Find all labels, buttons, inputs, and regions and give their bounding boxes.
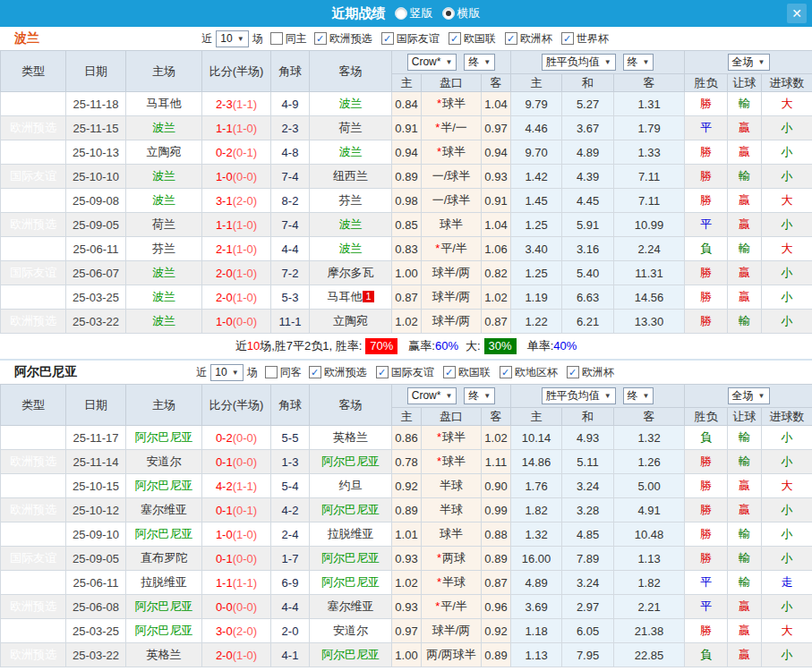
competition-checkbox[interactable]: ✓	[376, 366, 389, 378]
home-team-name[interactable]: 阿尔巴尼亚	[135, 430, 193, 444]
competition-checkbox[interactable]: ✓	[381, 32, 394, 45]
radio-horizontal-icon[interactable]	[442, 7, 455, 20]
home-team-name[interactable]: 直布罗陀	[141, 551, 187, 565]
away-team-cell[interactable]: 阿尔巴尼亚	[310, 571, 392, 595]
away-team-cell[interactable]: 纽西兰	[310, 165, 392, 189]
home-team-name[interactable]: 波兰	[152, 266, 175, 279]
away-team-cell[interactable]: 阿尔巴尼亚	[310, 498, 392, 522]
home-team-name[interactable]: 荷兰	[152, 217, 175, 231]
away-team-cell[interactable]: 立陶宛	[310, 310, 392, 334]
away-team-name[interactable]: 塞尔维亚	[328, 599, 374, 613]
away-team-name[interactable]: 马耳他	[327, 290, 362, 303]
competition-checkbox[interactable]: ✓	[505, 32, 517, 45]
period-select[interactable]: 全场▼	[728, 54, 770, 71]
same-venue-checkbox[interactable]	[265, 366, 278, 378]
home-team-cell[interactable]: 荷兰	[126, 213, 202, 237]
home-team-cell[interactable]: 安道尔	[126, 450, 202, 474]
away-team-cell[interactable]: 阿尔巴尼亚	[310, 450, 392, 474]
home-team-cell[interactable]: 阿尔巴尼亚	[126, 474, 202, 498]
odds-source-select[interactable]: Crow*▼	[407, 387, 457, 404]
home-team-name[interactable]: 波兰	[152, 169, 175, 183]
same-venue-checkbox[interactable]	[270, 32, 283, 45]
away-team-name[interactable]: 波兰	[339, 217, 363, 231]
away-team-cell[interactable]: 安道尔	[310, 619, 392, 643]
away-team-cell[interactable]: 波兰	[310, 140, 392, 165]
home-team-cell[interactable]: 芬兰	[126, 237, 202, 261]
away-team-name[interactable]: 英格兰	[333, 430, 368, 444]
radio-vertical-label[interactable]: 竖版	[410, 5, 433, 21]
home-team-name[interactable]: 芬兰	[152, 242, 175, 255]
home-team-cell[interactable]: 马耳他	[126, 92, 202, 116]
home-team-name[interactable]: 塞尔维亚	[141, 503, 187, 516]
away-team-name[interactable]: 波兰	[339, 97, 363, 110]
home-team-name[interactable]: 拉脱维亚	[141, 575, 187, 589]
away-team-cell[interactable]: 波兰	[310, 92, 392, 116]
away-team-cell[interactable]: 芬兰	[310, 189, 392, 213]
home-team-name[interactable]: 安道尔	[147, 454, 182, 468]
away-team-name[interactable]: 荷兰	[339, 121, 363, 134]
away-team-cell[interactable]: 英格兰	[310, 426, 392, 450]
radio-horizontal[interactable]: 横版	[442, 5, 481, 21]
away-team-cell[interactable]: 约旦	[310, 474, 392, 498]
competition-checkbox[interactable]: ✓	[567, 366, 579, 378]
home-team-name[interactable]: 阿尔巴尼亚	[135, 479, 193, 492]
home-team-name[interactable]: 波兰	[152, 193, 175, 207]
home-team-cell[interactable]: 阿尔巴尼亚	[126, 619, 202, 643]
away-team-cell[interactable]: 阿尔巴尼亚	[310, 643, 392, 667]
home-team-name[interactable]: 阿尔巴尼亚	[135, 599, 193, 613]
away-team-name[interactable]: 摩尔多瓦	[328, 266, 374, 279]
home-team-cell[interactable]: 波兰	[126, 310, 202, 334]
match-count-select[interactable]: 10 ▼	[210, 364, 243, 381]
home-team-cell[interactable]: 塞尔维亚	[126, 498, 202, 522]
away-team-name[interactable]: 纽西兰	[333, 169, 368, 183]
avg-odds-select[interactable]: 胜平负均值▼	[542, 387, 616, 404]
away-team-name[interactable]: 阿尔巴尼亚	[321, 454, 380, 468]
home-team-name[interactable]: 阿尔巴尼亚	[135, 624, 193, 637]
home-team-cell[interactable]: 立陶宛	[126, 140, 202, 165]
home-team-cell[interactable]: 阿尔巴尼亚	[126, 522, 202, 547]
away-team-name[interactable]: 安道尔	[333, 624, 368, 637]
odds-time-select[interactable]: 终▼	[464, 54, 495, 71]
avg-time-select[interactable]: 终▼	[623, 387, 654, 404]
home-team-name[interactable]: 马耳他	[147, 97, 182, 110]
away-team-name[interactable]: 阿尔巴尼亚	[321, 648, 380, 661]
home-team-cell[interactable]: 波兰	[126, 165, 202, 189]
competition-checkbox[interactable]: ✓	[500, 366, 512, 378]
home-team-name[interactable]: 阿尔巴尼亚	[135, 527, 193, 540]
away-team-cell[interactable]: 摩尔多瓦	[310, 261, 392, 285]
home-team-name[interactable]: 立陶宛	[147, 145, 182, 158]
away-team-cell[interactable]: 拉脱维亚	[310, 522, 392, 547]
competition-checkbox[interactable]: ✓	[561, 32, 574, 45]
away-team-cell[interactable]: 波兰	[310, 213, 392, 237]
home-team-name[interactable]: 波兰	[152, 290, 175, 303]
competition-checkbox[interactable]: ✓	[309, 366, 321, 378]
close-button[interactable]: ✕	[787, 4, 807, 23]
home-team-cell[interactable]: 阿尔巴尼亚	[126, 426, 202, 450]
away-team-name[interactable]: 立陶宛	[333, 314, 368, 327]
home-team-cell[interactable]: 英格兰	[126, 643, 202, 667]
odds-time-select[interactable]: 终▼	[464, 387, 495, 404]
away-team-cell[interactable]: 波兰	[310, 237, 392, 261]
odds-source-select[interactable]: Crow*▼	[407, 54, 457, 71]
away-team-name[interactable]: 波兰	[339, 242, 363, 255]
radio-horizontal-label[interactable]: 横版	[457, 5, 481, 21]
match-count-select[interactable]: 10 ▼	[216, 30, 248, 47]
home-team-cell[interactable]: 阿尔巴尼亚	[126, 595, 202, 619]
radio-vertical[interactable]: 竖版	[395, 5, 433, 21]
radio-vertical-icon[interactable]	[395, 7, 407, 20]
competition-checkbox[interactable]: ✓	[449, 32, 461, 45]
away-team-cell[interactable]: 阿尔巴尼亚	[310, 547, 392, 571]
home-team-name[interactable]: 波兰	[152, 121, 175, 134]
away-team-name[interactable]: 阿尔巴尼亚	[321, 503, 380, 516]
home-team-name[interactable]: 英格兰	[147, 648, 182, 661]
away-team-cell[interactable]: 荷兰	[310, 116, 392, 140]
home-team-cell[interactable]: 波兰	[126, 261, 202, 285]
competition-checkbox[interactable]: ✓	[314, 32, 327, 45]
away-team-cell[interactable]: 马耳他1	[310, 285, 392, 310]
away-team-name[interactable]: 约旦	[339, 479, 363, 492]
home-team-cell[interactable]: 拉脱维亚	[126, 571, 202, 595]
away-team-name[interactable]: 芬兰	[339, 193, 363, 207]
away-team-name[interactable]: 阿尔巴尼亚	[321, 551, 380, 565]
away-team-name[interactable]: 拉脱维亚	[328, 527, 374, 540]
home-team-cell[interactable]: 波兰	[126, 116, 202, 140]
